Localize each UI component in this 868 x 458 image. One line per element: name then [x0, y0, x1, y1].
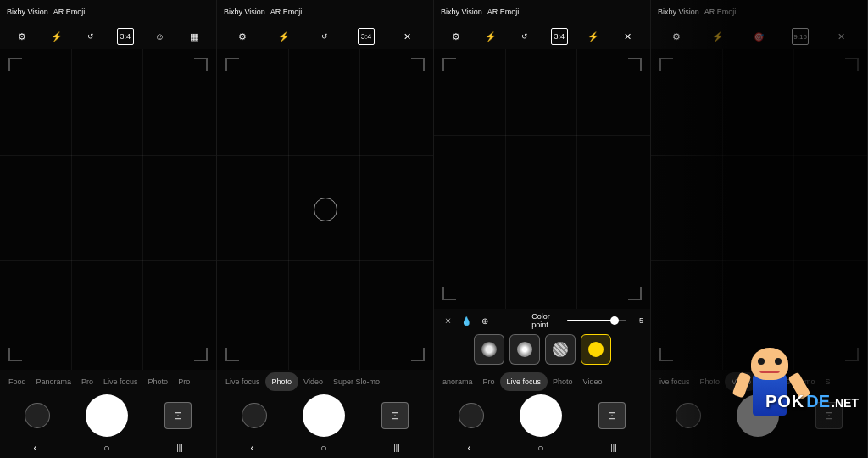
settings-icon-3[interactable]: ⚙ — [448, 28, 465, 45]
ratio-icon-3[interactable]: 3:4 — [551, 28, 568, 45]
slider-track[interactable] — [567, 320, 627, 321]
viewfinder-1 — [0, 49, 216, 370]
mode-pro[interactable]: Pro — [76, 372, 98, 391]
corner-br-2 — [411, 348, 425, 361]
bixby-vision-link-2[interactable]: Bixby Vision — [224, 8, 265, 16]
gallery-icon-2[interactable]: ⊡ — [381, 402, 409, 429]
flash-icon-1[interactable]: ⚡ — [48, 28, 65, 45]
home-btn-2[interactable]: ○ — [320, 442, 326, 454]
effect-btn-stage[interactable] — [545, 334, 576, 365]
mode-food[interactable]: Food — [3, 372, 31, 391]
face-icon-1[interactable]: ☺ — [151, 28, 168, 45]
small-shutter-4[interactable] — [676, 403, 701, 428]
close-icon-2[interactable]: ✕ — [399, 28, 416, 45]
close-icon-4[interactable]: ✕ — [833, 28, 850, 45]
mode-anorama-3[interactable]: anorama — [437, 372, 478, 391]
bixby-vision-link-1[interactable]: Bixby Vision — [7, 8, 48, 16]
corner-tr-1 — [194, 58, 208, 71]
ar-emoji-link-3[interactable]: AR Emoji — [487, 8, 520, 16]
corner-br-1 — [194, 348, 208, 361]
corner-bl-1 — [8, 348, 22, 361]
corner-tl-4 — [659, 58, 673, 71]
mode-s-4[interactable]: S — [820, 372, 835, 391]
shutter-row-2: ⊡ — [217, 394, 433, 438]
timer-icon-3[interactable]: ↺ — [516, 28, 533, 45]
recents-btn-1[interactable]: ||| — [177, 444, 183, 452]
corner-bl-3 — [442, 287, 456, 300]
ratio-icon-4[interactable]: 9:16 — [792, 28, 809, 45]
viewfinder-3 — [434, 49, 650, 309]
effect-btn-blur1[interactable] — [474, 334, 504, 365]
back-btn-3[interactable]: ‹ — [467, 442, 470, 454]
recents-btn-2[interactable]: ||| — [394, 444, 400, 452]
settings-icon-4[interactable]: ⚙ — [668, 28, 685, 45]
flash-icon-2[interactable]: ⚡ — [275, 28, 292, 45]
top-bar-left-2: Bixby Vision AR Emoji — [224, 8, 302, 16]
gallery-icon-4[interactable]: ⊡ — [815, 402, 843, 429]
shutter-row-1: ⊡ — [0, 394, 216, 438]
settings-icon-1[interactable]: ⚙ — [14, 28, 31, 45]
small-shutter-3[interactable] — [459, 403, 484, 428]
bottom-area-2: Live focus Photo Video Super Slo-mo ⊡ ‹ … — [217, 370, 433, 458]
effect-icon-sun: ☀ — [441, 312, 454, 329]
main-shutter-2[interactable] — [303, 394, 345, 437]
gallery-icon-1[interactable]: ⊡ — [164, 402, 192, 429]
ar-emoji-link-4[interactable]: AR Emoji — [704, 8, 737, 16]
main-shutter-3[interactable] — [520, 394, 562, 437]
home-btn-1[interactable]: ○ — [103, 442, 109, 454]
icon-row-1: ⚙ ⚡ ↺ 3:4 ☺ ▦ — [0, 24, 216, 49]
nav-bar-1: ‹ ○ ||| — [0, 438, 216, 458]
bixby-vision-link-3[interactable]: Bixby Vision — [441, 8, 482, 16]
main-shutter-4[interactable] — [737, 394, 779, 437]
mode-livefocus-3[interactable]: Live focus — [500, 372, 548, 391]
slider-label: Color point — [531, 312, 561, 329]
corner-bl-4 — [659, 348, 673, 361]
effect-btn-color[interactable] — [581, 334, 611, 365]
bixby-vision-link-4[interactable]: Bixby Vision — [658, 8, 699, 16]
mode-ivefocus-4[interactable]: ive focus — [654, 372, 695, 391]
mode-superslow-4[interactable]: Super Slow-mo — [758, 372, 821, 391]
mode-pro-3[interactable]: Pro — [478, 372, 500, 391]
mode-video-2[interactable]: Video — [298, 372, 328, 391]
main-shutter-1[interactable] — [86, 394, 128, 437]
settings-icon-2[interactable]: ⚙ — [234, 28, 251, 45]
top-bar-left-4: Bixby Vision AR Emoji — [658, 8, 736, 16]
slider-value: 5 — [632, 316, 643, 325]
ar-emoji-link-1[interactable]: AR Emoji — [53, 8, 86, 16]
ratio-icon-2[interactable]: 3:4 — [358, 28, 375, 45]
bottom-area-4: ive focus Photo Video Super Slow-mo S ⊡ — [651, 370, 867, 458]
mode-video-3[interactable]: Video — [578, 372, 608, 391]
effect-icon-drop: 💧 — [459, 312, 473, 329]
flash-icon-4[interactable]: ⚡ — [709, 28, 726, 45]
flash-active-icon-3[interactable]: ⚡ — [585, 28, 602, 45]
mode-photo[interactable]: Photo — [143, 372, 174, 391]
mode-video-4[interactable]: Video — [725, 372, 758, 391]
steady-icon-4[interactable]: 🎯 — [750, 28, 767, 45]
mode-photo-4[interactable]: Photo — [695, 372, 726, 391]
mode-photo-3[interactable]: Photo — [548, 372, 578, 391]
home-btn-3[interactable]: ○ — [537, 442, 543, 454]
effect-btn-blur2[interactable] — [509, 334, 540, 365]
grid-icon-1[interactable]: ▦ — [186, 28, 203, 45]
ar-emoji-link-2[interactable]: AR Emoji — [270, 8, 303, 16]
mode-panorama[interactable]: Panorama — [31, 372, 77, 391]
ratio-icon-1[interactable]: 3:4 — [117, 28, 134, 45]
timer-icon-2[interactable]: ↺ — [316, 28, 333, 45]
shutter-row-3: ⊡ — [434, 394, 650, 438]
small-shutter-1[interactable] — [25, 403, 50, 428]
mode-pro2[interactable]: Pro — [173, 372, 195, 391]
gallery-icon-3[interactable]: ⊡ — [598, 402, 626, 429]
corner-br-3 — [628, 287, 642, 300]
back-btn-1[interactable]: ‹ — [33, 442, 36, 454]
close-icon-3[interactable]: ✕ — [620, 28, 637, 45]
mode-livefocus-2[interactable]: Live focus — [220, 372, 265, 391]
mode-superslo-2[interactable]: Super Slo-mo — [328, 372, 385, 391]
flash-icon-3[interactable]: ⚡ — [482, 28, 499, 45]
small-shutter-2[interactable] — [242, 403, 267, 428]
timer-icon-1[interactable]: ↺ — [82, 28, 99, 45]
mode-photo-2[interactable]: Photo — [265, 372, 299, 391]
back-btn-2[interactable]: ‹ — [250, 442, 253, 454]
mode-livefocus[interactable]: Live focus — [98, 372, 143, 391]
recents-btn-3[interactable]: ||| — [611, 444, 617, 452]
slider-thumb[interactable] — [610, 316, 619, 325]
